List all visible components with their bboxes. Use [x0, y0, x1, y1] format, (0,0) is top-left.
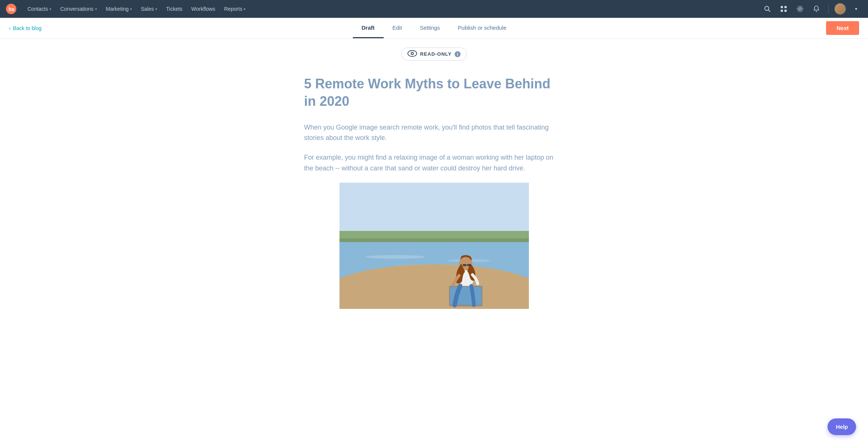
blog-paragraph-1: When you Google image search remote work… [304, 122, 564, 144]
tab-publish-schedule[interactable]: Publish or schedule [449, 18, 516, 38]
chevron-down-icon: ▾ [244, 7, 246, 11]
account-chevron-icon[interactable]: ▾ [850, 3, 862, 15]
svg-rect-6 [781, 10, 783, 12]
sub-navigation: ‹ Back to blog Draft Edit Settings Publi… [0, 18, 868, 39]
search-icon[interactable] [761, 3, 773, 15]
svg-point-11 [412, 53, 413, 54]
svg-point-8 [799, 8, 801, 10]
tab-bar: Draft Edit Settings Publish or schedule [353, 18, 516, 38]
notifications-icon[interactable] [810, 3, 822, 15]
info-icon[interactable]: i [455, 51, 461, 57]
nav-tickets[interactable]: Tickets [162, 4, 186, 14]
eye-icon [407, 50, 417, 58]
nav-conversations[interactable]: Conversations ▾ [56, 4, 101, 14]
svg-rect-4 [781, 6, 783, 8]
hubspot-logo[interactable]: hs [6, 4, 16, 14]
back-to-blog-link[interactable]: ‹ Back to blog [9, 25, 42, 31]
svg-rect-5 [784, 6, 787, 8]
svg-rect-24 [467, 264, 471, 266]
svg-text:hs: hs [9, 6, 15, 12]
next-button[interactable]: Next [826, 21, 859, 35]
nav-workflows[interactable]: Workflows [188, 4, 219, 14]
nav-divider [828, 4, 829, 13]
blog-content: 5 Remote Work Myths to Leave Behind in 2… [289, 75, 579, 309]
top-navigation: hs Contacts ▾ Conversations ▾ Marketing … [0, 0, 868, 18]
nav-marketing[interactable]: Marketing ▾ [102, 4, 136, 14]
nav-reports[interactable]: Reports ▾ [220, 4, 249, 14]
blog-image [339, 183, 529, 309]
back-arrow-icon: ‹ [9, 25, 11, 31]
svg-point-16 [365, 255, 425, 259]
nav-right-icons: ▾ [761, 3, 862, 15]
content-area: READ-ONLY i 5 Remote Work Myths to Leave… [0, 39, 868, 447]
nav-items: Contacts ▾ Conversations ▾ Marketing ▾ S… [24, 4, 758, 14]
blog-paragraph-2: For example, you might find a relaxing i… [304, 152, 564, 174]
chevron-down-icon: ▾ [49, 7, 51, 11]
chevron-down-icon: ▾ [130, 7, 132, 11]
tab-settings[interactable]: Settings [411, 18, 449, 38]
marketplace-icon[interactable] [778, 3, 790, 15]
svg-rect-7 [784, 10, 787, 12]
nav-sales[interactable]: Sales ▾ [137, 4, 161, 14]
tab-edit[interactable]: Edit [384, 18, 411, 38]
tab-draft[interactable]: Draft [353, 18, 384, 38]
settings-icon[interactable] [794, 3, 806, 15]
chevron-down-icon: ▾ [95, 7, 97, 11]
svg-rect-20 [339, 279, 529, 309]
svg-line-3 [768, 10, 770, 12]
avatar[interactable] [835, 3, 846, 14]
chevron-down-icon: ▾ [155, 7, 157, 11]
read-only-badge: READ-ONLY i [401, 48, 467, 61]
nav-contacts[interactable]: Contacts ▾ [24, 4, 55, 14]
help-button[interactable]: Help [828, 418, 856, 435]
blog-title: 5 Remote Work Myths to Leave Behind in 2… [304, 75, 564, 110]
svg-rect-23 [463, 264, 466, 266]
